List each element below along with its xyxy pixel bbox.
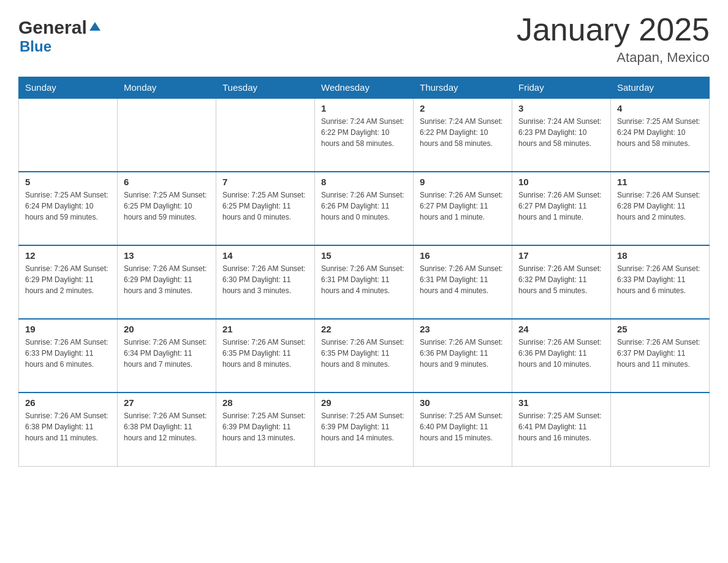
day-number: 13 bbox=[124, 250, 210, 261]
day-number: 27 bbox=[124, 397, 210, 408]
weekday-header-sunday: Sunday bbox=[19, 77, 118, 99]
day-number: 4 bbox=[617, 103, 703, 113]
calendar-day-cell: 22Sunrise: 7:26 AM Sunset: 6:35 PM Dayli… bbox=[315, 319, 414, 393]
day-info: Sunrise: 7:26 AM Sunset: 6:29 PM Dayligh… bbox=[25, 263, 111, 296]
day-info: Sunrise: 7:24 AM Sunset: 6:22 PM Dayligh… bbox=[321, 116, 407, 149]
day-number: 6 bbox=[124, 177, 210, 187]
day-number: 12 bbox=[25, 250, 111, 261]
day-info: Sunrise: 7:26 AM Sunset: 6:32 PM Dayligh… bbox=[518, 263, 604, 296]
day-info: Sunrise: 7:26 AM Sunset: 6:34 PM Dayligh… bbox=[124, 337, 210, 370]
calendar-day-cell: 7Sunrise: 7:25 AM Sunset: 6:25 PM Daylig… bbox=[216, 172, 315, 245]
day-info: Sunrise: 7:25 AM Sunset: 6:40 PM Dayligh… bbox=[420, 410, 506, 443]
day-info: Sunrise: 7:25 AM Sunset: 6:24 PM Dayligh… bbox=[25, 190, 111, 223]
calendar-day-cell: 27Sunrise: 7:26 AM Sunset: 6:38 PM Dayli… bbox=[118, 393, 216, 466]
day-info: Sunrise: 7:26 AM Sunset: 6:28 PM Dayligh… bbox=[617, 190, 703, 223]
calendar-day-cell bbox=[118, 98, 216, 172]
weekday-header-saturday: Saturday bbox=[611, 77, 710, 99]
weekday-header-wednesday: Wednesday bbox=[315, 77, 414, 99]
calendar-day-cell bbox=[19, 98, 118, 172]
day-info: Sunrise: 7:26 AM Sunset: 6:29 PM Dayligh… bbox=[124, 263, 210, 296]
day-number: 26 bbox=[25, 397, 111, 408]
day-number: 24 bbox=[518, 324, 604, 334]
day-info: Sunrise: 7:26 AM Sunset: 6:26 PM Dayligh… bbox=[321, 190, 407, 223]
calendar-week-row: 5Sunrise: 7:25 AM Sunset: 6:24 PM Daylig… bbox=[19, 172, 710, 245]
calendar-table: SundayMondayTuesdayWednesdayThursdayFrid… bbox=[18, 77, 710, 467]
day-info: Sunrise: 7:26 AM Sunset: 6:30 PM Dayligh… bbox=[222, 263, 308, 296]
day-info: Sunrise: 7:26 AM Sunset: 6:36 PM Dayligh… bbox=[518, 337, 604, 370]
day-number: 3 bbox=[518, 103, 604, 113]
calendar-subtitle: Atapan, Mexico bbox=[517, 50, 710, 66]
logo-general: General bbox=[18, 18, 87, 37]
day-info: Sunrise: 7:26 AM Sunset: 6:37 PM Dayligh… bbox=[617, 337, 703, 370]
calendar-day-cell: 3Sunrise: 7:24 AM Sunset: 6:23 PM Daylig… bbox=[512, 98, 611, 172]
day-info: Sunrise: 7:26 AM Sunset: 6:31 PM Dayligh… bbox=[420, 263, 506, 296]
day-number: 31 bbox=[518, 397, 604, 408]
day-number: 20 bbox=[124, 324, 210, 334]
weekday-header-thursday: Thursday bbox=[414, 77, 512, 99]
logo-triangle-icon bbox=[88, 20, 102, 33]
day-info: Sunrise: 7:25 AM Sunset: 6:24 PM Dayligh… bbox=[617, 116, 703, 149]
day-number: 29 bbox=[321, 397, 407, 408]
svg-marker-0 bbox=[89, 22, 100, 31]
calendar-day-cell: 10Sunrise: 7:26 AM Sunset: 6:27 PM Dayli… bbox=[512, 172, 611, 245]
day-number: 22 bbox=[321, 324, 407, 334]
day-number: 25 bbox=[617, 324, 703, 334]
calendar-day-cell bbox=[611, 393, 710, 466]
day-number: 1 bbox=[321, 103, 407, 113]
calendar-week-row: 1Sunrise: 7:24 AM Sunset: 6:22 PM Daylig… bbox=[19, 98, 710, 172]
calendar-week-row: 12Sunrise: 7:26 AM Sunset: 6:29 PM Dayli… bbox=[19, 245, 710, 319]
day-number: 21 bbox=[222, 324, 308, 334]
calendar-day-cell: 13Sunrise: 7:26 AM Sunset: 6:29 PM Dayli… bbox=[118, 245, 216, 319]
day-number: 7 bbox=[222, 177, 308, 187]
calendar-day-cell: 26Sunrise: 7:26 AM Sunset: 6:38 PM Dayli… bbox=[19, 393, 118, 466]
day-info: Sunrise: 7:26 AM Sunset: 6:36 PM Dayligh… bbox=[420, 337, 506, 370]
title-block: January 2025 Atapan, Mexico bbox=[517, 12, 710, 66]
day-number: 15 bbox=[321, 250, 407, 261]
calendar-week-row: 26Sunrise: 7:26 AM Sunset: 6:38 PM Dayli… bbox=[19, 393, 710, 466]
calendar-day-cell: 21Sunrise: 7:26 AM Sunset: 6:35 PM Dayli… bbox=[216, 319, 315, 393]
calendar-day-cell: 8Sunrise: 7:26 AM Sunset: 6:26 PM Daylig… bbox=[315, 172, 414, 245]
calendar-day-cell: 31Sunrise: 7:25 AM Sunset: 6:41 PM Dayli… bbox=[512, 393, 611, 466]
calendar-day-cell: 11Sunrise: 7:26 AM Sunset: 6:28 PM Dayli… bbox=[611, 172, 710, 245]
calendar-day-cell: 30Sunrise: 7:25 AM Sunset: 6:40 PM Dayli… bbox=[414, 393, 512, 466]
calendar-day-cell: 12Sunrise: 7:26 AM Sunset: 6:29 PM Dayli… bbox=[19, 245, 118, 319]
weekday-header-tuesday: Tuesday bbox=[216, 77, 315, 99]
day-number: 18 bbox=[617, 250, 703, 261]
day-info: Sunrise: 7:24 AM Sunset: 6:22 PM Dayligh… bbox=[420, 116, 506, 149]
day-number: 28 bbox=[222, 397, 308, 408]
calendar-day-cell: 29Sunrise: 7:25 AM Sunset: 6:39 PM Dayli… bbox=[315, 393, 414, 466]
day-number: 2 bbox=[420, 103, 506, 113]
day-number: 9 bbox=[420, 177, 506, 187]
calendar-day-cell: 18Sunrise: 7:26 AM Sunset: 6:33 PM Dayli… bbox=[611, 245, 710, 319]
calendar-day-cell: 19Sunrise: 7:26 AM Sunset: 6:33 PM Dayli… bbox=[19, 319, 118, 393]
calendar-day-cell: 6Sunrise: 7:25 AM Sunset: 6:25 PM Daylig… bbox=[118, 172, 216, 245]
weekday-header-row: SundayMondayTuesdayWednesdayThursdayFrid… bbox=[19, 77, 710, 99]
day-number: 30 bbox=[420, 397, 506, 408]
day-number: 19 bbox=[25, 324, 111, 334]
calendar-day-cell: 15Sunrise: 7:26 AM Sunset: 6:31 PM Dayli… bbox=[315, 245, 414, 319]
day-number: 16 bbox=[420, 250, 506, 261]
calendar-day-cell: 16Sunrise: 7:26 AM Sunset: 6:31 PM Dayli… bbox=[414, 245, 512, 319]
day-number: 23 bbox=[420, 324, 506, 334]
day-info: Sunrise: 7:26 AM Sunset: 6:35 PM Dayligh… bbox=[321, 337, 407, 370]
logo: General Blue bbox=[18, 18, 102, 55]
calendar-title: January 2025 bbox=[517, 12, 710, 47]
day-info: Sunrise: 7:26 AM Sunset: 6:38 PM Dayligh… bbox=[25, 410, 111, 443]
calendar-day-cell: 17Sunrise: 7:26 AM Sunset: 6:32 PM Dayli… bbox=[512, 245, 611, 319]
day-info: Sunrise: 7:25 AM Sunset: 6:41 PM Dayligh… bbox=[518, 410, 604, 443]
day-number: 10 bbox=[518, 177, 604, 187]
day-info: Sunrise: 7:26 AM Sunset: 6:38 PM Dayligh… bbox=[124, 410, 210, 443]
day-info: Sunrise: 7:25 AM Sunset: 6:25 PM Dayligh… bbox=[222, 190, 308, 223]
day-info: Sunrise: 7:24 AM Sunset: 6:23 PM Dayligh… bbox=[518, 116, 604, 149]
day-info: Sunrise: 7:26 AM Sunset: 6:35 PM Dayligh… bbox=[222, 337, 308, 370]
page-header: General Blue January 2025 Atapan, Mexico bbox=[18, 12, 710, 66]
day-info: Sunrise: 7:25 AM Sunset: 6:25 PM Dayligh… bbox=[124, 190, 210, 223]
calendar-day-cell: 4Sunrise: 7:25 AM Sunset: 6:24 PM Daylig… bbox=[611, 98, 710, 172]
calendar-day-cell bbox=[216, 98, 315, 172]
calendar-day-cell: 1Sunrise: 7:24 AM Sunset: 6:22 PM Daylig… bbox=[315, 98, 414, 172]
day-number: 14 bbox=[222, 250, 308, 261]
weekday-header-friday: Friday bbox=[512, 77, 611, 99]
calendar-day-cell: 24Sunrise: 7:26 AM Sunset: 6:36 PM Dayli… bbox=[512, 319, 611, 393]
day-info: Sunrise: 7:25 AM Sunset: 6:39 PM Dayligh… bbox=[321, 410, 407, 443]
day-info: Sunrise: 7:25 AM Sunset: 6:39 PM Dayligh… bbox=[222, 410, 308, 443]
